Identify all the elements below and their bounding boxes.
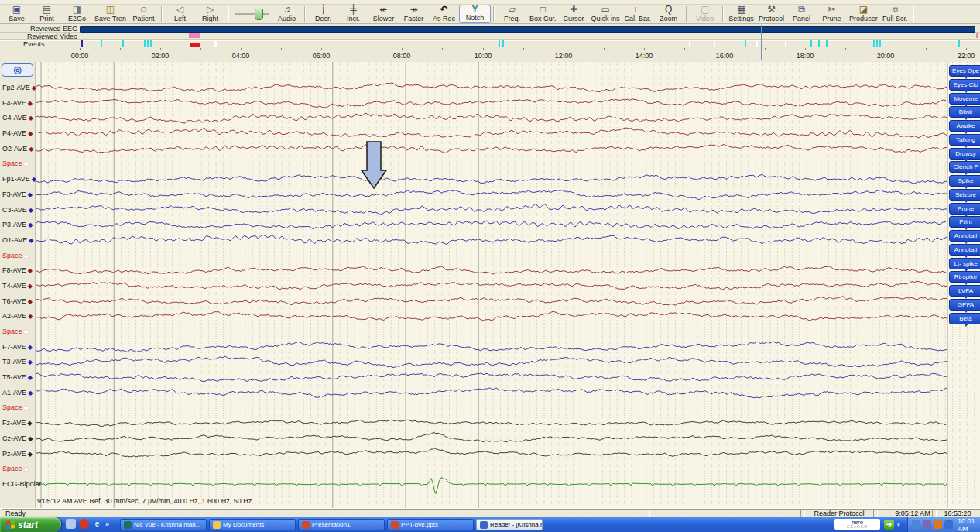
- channel-label-space-21[interactable]: Space◆: [2, 403, 29, 412]
- event-marker-button-clench-f-7[interactable]: Clench F: [949, 161, 980, 173]
- channel-label-f4-ave-1[interactable]: F4-AVE◆: [2, 99, 33, 108]
- toolbar-button-save-tren[interactable]: ◫Save Tren: [92, 5, 128, 23]
- toolbar-button-decr[interactable]: ┊Decr.: [308, 5, 338, 23]
- channel-label-pz-ave-24[interactable]: Pz-AVE◆: [2, 450, 33, 458]
- toolbar-button-quick-ins[interactable]: ▭Quick ins: [589, 5, 622, 23]
- channel-label-o2-ave-4[interactable]: O2-AVE◆: [2, 145, 34, 153]
- event-marker-button-eyes-clo-1[interactable]: Eyes Clo: [949, 79, 980, 91]
- montage-target-button[interactable]: ◎: [2, 63, 33, 77]
- speed-slider[interactable]: [231, 7, 272, 21]
- toolbar-button-label: Quick ins: [591, 15, 620, 22]
- time-label: 20:00: [877, 52, 895, 60]
- event-marker-button-lt-spike-14[interactable]: Lt- spike: [949, 258, 980, 269]
- event-marker-button-prune-10[interactable]: Prune: [949, 203, 980, 215]
- taskbar-clock[interactable]: 10:01 AM: [958, 517, 980, 532]
- channel-label-o1-ave-10[interactable]: O1-AVE◆: [2, 236, 34, 245]
- event-marker-button-seizure-9[interactable]: Seizure: [949, 189, 980, 201]
- show-desktop-icon[interactable]: [66, 519, 76, 529]
- channel-name: Space: [2, 465, 22, 472]
- channel-label-ecg-bipolar-26[interactable]: ECG-Bipolar: [2, 480, 42, 488]
- event-marker-button-beta-18[interactable]: Beta: [949, 313, 980, 324]
- toolbar-button-zoom[interactable]: QZoom: [653, 5, 684, 23]
- event-marker-button-rt-spike-15[interactable]: Rt-spike: [949, 271, 980, 283]
- event-marker-button-blink-3[interactable]: Blink: [949, 106, 980, 118]
- nero-search-box[interactable]: nero SEARCH: [834, 519, 880, 530]
- toolbar-button-full-scr[interactable]: ⧈Full Scr.: [880, 5, 910, 23]
- channel-label-c4-ave-2[interactable]: C4-AVE◆: [2, 114, 33, 122]
- channel-label-fp2-ave-0[interactable]: Fp2-AVE◆: [2, 84, 36, 92]
- toolbar-button-prune[interactable]: ✂Prune: [817, 5, 847, 23]
- channel-label-f7-ave-17[interactable]: F7-AVE◆: [2, 343, 33, 352]
- toolbar-button-panel[interactable]: ⧉Panel: [786, 5, 817, 23]
- channel-label-p4-ave-3[interactable]: P4-AVE◆: [2, 129, 33, 138]
- toolbar-button-slower[interactable]: ↞Slower: [368, 5, 399, 23]
- toolbar-button-protocol[interactable]: ⚒Protocol: [756, 5, 786, 23]
- toolbar-button-box-cur[interactable]: □Box Cur.: [527, 5, 559, 23]
- slider-thumb[interactable]: [255, 9, 263, 20]
- event-marker-button-print-11[interactable]: Print: [949, 216, 980, 228]
- volume-icon[interactable]: [934, 520, 942, 529]
- channel-label-t3-ave-18[interactable]: T3-AVE◆: [2, 358, 33, 366]
- event-marker-button-gpfa-17[interactable]: GPFA: [949, 299, 980, 311]
- quick-launch-overflow-chevron[interactable]: »: [105, 520, 109, 528]
- channel-label-a1-ave-20[interactable]: A1-AVE◆: [2, 389, 33, 397]
- channel-label-c3-ave-8[interactable]: C3-AVE◆: [2, 206, 33, 215]
- channel-label-a2-ave-15[interactable]: A2-AVE◆: [2, 312, 33, 321]
- channel-label-f8-ave-12[interactable]: F8-AVE◆: [2, 266, 33, 275]
- taskbar-task-my-documents[interactable]: My Documents: [209, 519, 296, 530]
- taskbar-task-presentation1[interactable]: Presentation1: [298, 519, 385, 530]
- channel-label-p3-ave-9[interactable]: P3-AVE◆: [2, 221, 33, 229]
- display-icon[interactable]: [944, 520, 953, 529]
- media-player-icon[interactable]: [79, 519, 89, 529]
- channel-label-t6-ave-14[interactable]: T6-AVE◆: [2, 297, 33, 306]
- toolbar-button-audio[interactable]: ♫Audio: [272, 5, 302, 23]
- event-marker-button-spike-8[interactable]: Spike: [949, 175, 980, 187]
- channel-diamond-icon: ◆: [28, 451, 33, 458]
- toolbar-button-e2go[interactable]: ◨E2Go: [62, 5, 92, 23]
- event-marker-button-talking-5[interactable]: Talking: [949, 134, 980, 146]
- safely-remove-icon[interactable]: [923, 520, 931, 529]
- channel-label-fz-ave-22[interactable]: Fz-AVE◆: [2, 419, 33, 427]
- toolbar-button-producer[interactable]: ◪Producer: [847, 5, 880, 23]
- toolbar-button-cal-bar[interactable]: ∟Cal. Bar.: [622, 5, 654, 23]
- internet-explorer-icon[interactable]: e: [92, 519, 102, 529]
- toolbar-button-cursor[interactable]: ✚Cursor: [559, 5, 589, 23]
- channel-diamond-icon: ◆: [28, 267, 33, 274]
- toolbar-button-incr[interactable]: ╪Incr.: [338, 5, 368, 23]
- taskbar-task-ppt-bve-pptx[interactable]: PPT-bve.pptx: [387, 519, 474, 530]
- network-icon[interactable]: [912, 520, 920, 529]
- timeline-position-cursor[interactable]: [761, 25, 762, 60]
- channel-label-t5-ave-19[interactable]: T5-AVE◆: [2, 373, 33, 382]
- channel-label-space-16[interactable]: Space◆: [2, 328, 29, 336]
- channel-label-t4-ave-13[interactable]: T4-AVE◆: [2, 282, 33, 290]
- event-marker-button-eyes-ope-0[interactable]: Eyes Ope: [949, 65, 980, 77]
- event-marker-button-annotati-13[interactable]: Annotati: [949, 244, 980, 256]
- channel-label-fp1-ave-6[interactable]: Fp1-AVE◆: [2, 175, 36, 184]
- event-marker-button-annotati-12[interactable]: Annotati: [949, 230, 980, 242]
- event-marker-button-moveme-2[interactable]: Moveme: [949, 93, 980, 105]
- toolbar-button-print[interactable]: ▤Print: [32, 5, 62, 23]
- toolbar-button-save[interactable]: ▣Save: [2, 5, 32, 23]
- toolbar-button-right[interactable]: ▷Right: [195, 5, 225, 23]
- toolbar-button-notch[interactable]: YNotch: [459, 5, 491, 23]
- toolbar-button-video[interactable]: ▢Video: [690, 5, 720, 23]
- event-marker-button-lvfa-16[interactable]: LVFA: [949, 285, 980, 297]
- channel-label-f3-ave-7[interactable]: F3-AVE◆: [2, 190, 33, 199]
- taskbar-task-reader-krishna-ma[interactable]: Reader - [Krishna ma...: [476, 519, 543, 530]
- taskbar-task-nic-vue-krishna-man[interactable]: Nic Vue - Krishna man...: [120, 519, 207, 530]
- channel-label-space-11[interactable]: Space◆: [2, 252, 29, 260]
- nero-dropdown-icon[interactable]: ▾: [897, 522, 900, 528]
- toolbar-button-as-rec[interactable]: ↶As Rec: [429, 5, 459, 23]
- event-marker-button-awake-4[interactable]: Awake: [949, 120, 980, 132]
- toolbar-button-freq[interactable]: ▱Freq.: [497, 5, 527, 23]
- toolbar-button-patient[interactable]: ☺Patient: [128, 5, 159, 23]
- event-marker-button-drowsy-6[interactable]: Drowsy: [949, 148, 980, 160]
- nero-go-button[interactable]: ➔: [884, 520, 894, 530]
- channel-label-cz-ave-23[interactable]: Cz-AVE◆: [2, 434, 33, 443]
- toolbar-button-left[interactable]: ◁Left: [165, 5, 195, 23]
- start-button[interactable]: start: [0, 517, 61, 532]
- channel-label-space-5[interactable]: Space◆: [2, 160, 29, 168]
- toolbar-button-settings[interactable]: ▦Settings: [726, 5, 756, 23]
- toolbar-button-faster[interactable]: ↠Faster: [399, 5, 429, 23]
- channel-label-space-25[interactable]: Space◆: [2, 465, 29, 473]
